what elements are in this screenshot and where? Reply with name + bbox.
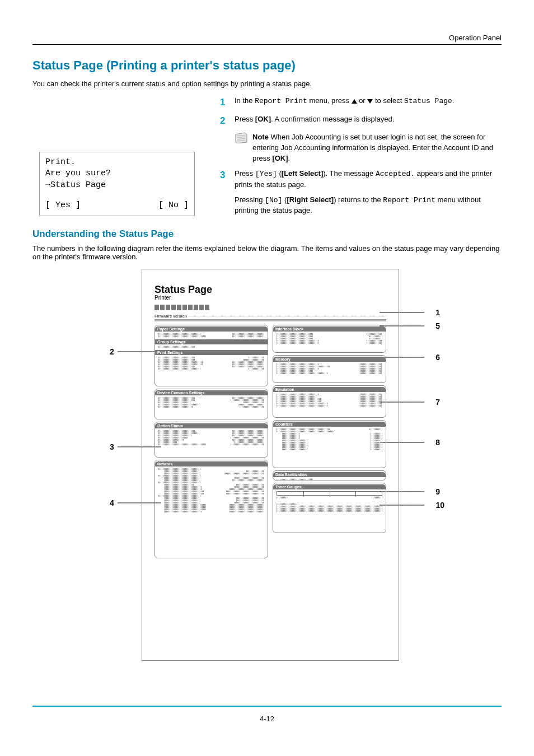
sp-block-toner: Toner Gauges [273, 483, 386, 533]
up-icon [352, 99, 357, 104]
sp-h-memory: Memory [273, 357, 386, 362]
s3b-code: [No] [265, 196, 282, 204]
sp-block-network: Network [154, 460, 268, 558]
step-3: 3 Press [Yes] ([Left Select]). The messa… [220, 169, 502, 190]
s1-pre: In the [235, 96, 255, 105]
s3b-mid2: ) returns to the [334, 195, 383, 204]
page-number: 4-12 [32, 715, 502, 723]
sp-h-group: Group Settings [155, 339, 268, 344]
label-1: 1 [435, 308, 440, 317]
step-2: 2 Press [OK]. A confirmation message is … [220, 114, 502, 128]
note-icon [235, 132, 248, 143]
s3-mid2: ). The message [323, 169, 376, 178]
lcd-line2: Are you sure? [45, 168, 189, 179]
label-5: 5 [435, 321, 440, 330]
sp-h-device: Device Common Settings [155, 390, 268, 395]
s1-post: to select [373, 96, 404, 105]
sp-h-interface: Interface Block [273, 326, 386, 332]
s2-pre: Press [235, 115, 255, 123]
note-end: . [288, 154, 291, 162]
sp-h-counters: Counters [273, 422, 386, 427]
s3-bold1: [Left Select] [282, 169, 323, 178]
sp-block-sanitize: Data Sanitization [273, 470, 386, 480]
sp-fw: Firmware version [154, 314, 187, 318]
lcd-line1: Print. [45, 157, 189, 168]
step-2-number: 2 [220, 114, 235, 128]
step-1: 1 In the Report Print menu, press or to … [220, 96, 502, 110]
s1-menu: Report Print [255, 97, 307, 105]
down-icon [367, 99, 373, 104]
sp-h-print: Print Settings [155, 350, 268, 355]
sp-h-toner: Toner Gauges [273, 484, 386, 489]
label-6: 6 [435, 353, 440, 362]
sp-title: Status Page [154, 284, 386, 296]
lcd-panel: Print. Are you sure? →Status Page [ Yes … [39, 152, 195, 216]
sp-block-interface: Interface Block [273, 325, 386, 353]
label-3: 3 [110, 442, 114, 451]
header-section: Operation Panel [449, 34, 502, 42]
top-rule [32, 44, 502, 45]
label-8: 8 [435, 438, 440, 447]
step-3b: Pressing [No] ([Right Select]) returns t… [235, 195, 502, 217]
s3-code2: Accepted. [376, 170, 415, 178]
sp-block-device: Device Common Settings [154, 389, 268, 419]
sp-h-emulation: Emulation [273, 387, 386, 392]
s1-end: . [452, 96, 455, 105]
sp-h-paper: Paper Settings [155, 326, 268, 332]
note-key: [OK] [272, 154, 288, 162]
sp-block-option: Option Status [154, 422, 268, 458]
sub-body: The numbers in the following diagram ref… [32, 244, 502, 261]
sp-h-option: Option Status [155, 423, 268, 428]
sp-block-paper: Paper Settings Group Settings Print Sett… [154, 325, 268, 386]
sp-block-memory: Memory [273, 355, 386, 383]
s3b-bold1: [Right Select] [287, 195, 334, 204]
label-4: 4 [110, 498, 114, 507]
bottom-rule [32, 706, 502, 707]
label-9: 9 [435, 487, 440, 496]
s3b-pre: Pressing [235, 195, 265, 204]
step-3-number: 3 [220, 169, 235, 190]
sub-heading: Understanding the Status Page [32, 228, 502, 240]
s3b-code2: Report Print [383, 196, 435, 204]
sp-block-counters: Counters [273, 420, 386, 468]
label-7: 7 [435, 398, 440, 407]
s3-code: [Yes] [255, 170, 277, 178]
sp-barcode [154, 302, 386, 312]
s1-mid: menu, press [307, 96, 352, 105]
s2-post: . A confirmation message is displayed. [271, 115, 394, 123]
intro-text: You can check the printer's current stat… [32, 80, 502, 88]
sp-h-network: Network [155, 461, 268, 466]
s2-key: [OK] [255, 115, 271, 123]
toner-gauge [277, 491, 382, 496]
status-page-preview: Status Page Printer Firmware version Pap… [142, 269, 399, 661]
note-row: Note When Job Accounting is set but user… [235, 132, 502, 164]
status-page-diagram: 1 5 6 7 8 9 10 2 3 4 Status Page Printer… [32, 269, 502, 678]
sp-h-sanitize: Data Sanitization [273, 472, 386, 477]
label-2: 2 [110, 347, 114, 356]
label-10: 10 [435, 501, 444, 510]
step-1-number: 1 [220, 96, 235, 110]
lcd-line3: →Status Page [45, 180, 189, 191]
page-title: Status Page (Printing a printer's status… [32, 58, 502, 73]
s1-item: Status Page [404, 97, 452, 105]
s3-mid1: ( [277, 169, 282, 178]
note-label: Note [252, 133, 269, 141]
lcd-no: [ No ] [158, 200, 189, 211]
s3-pre: Press [235, 169, 255, 178]
sp-block-emulation: Emulation [273, 385, 386, 418]
lcd-yes: [ Yes ] [45, 200, 81, 211]
